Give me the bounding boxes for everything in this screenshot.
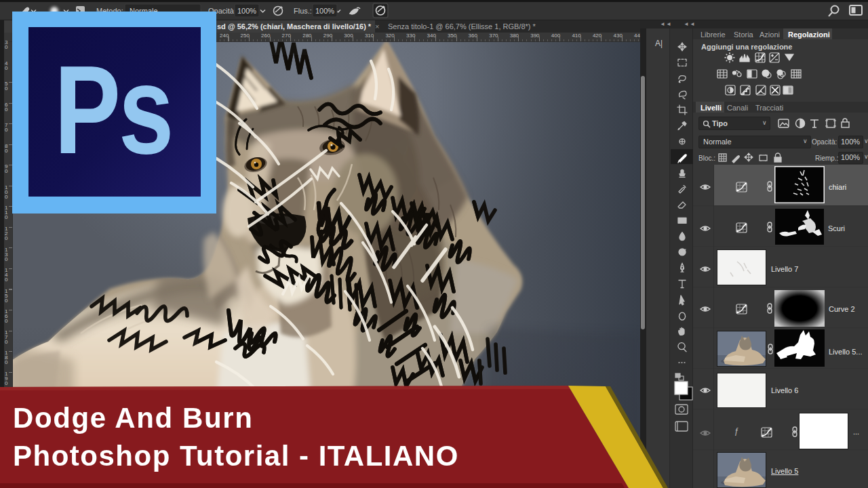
- svg-text:Flus.:: Flus.:: [294, 7, 312, 15]
- svg-text:100%: 100%: [237, 7, 256, 15]
- svg-text:100%: 100%: [315, 7, 334, 15]
